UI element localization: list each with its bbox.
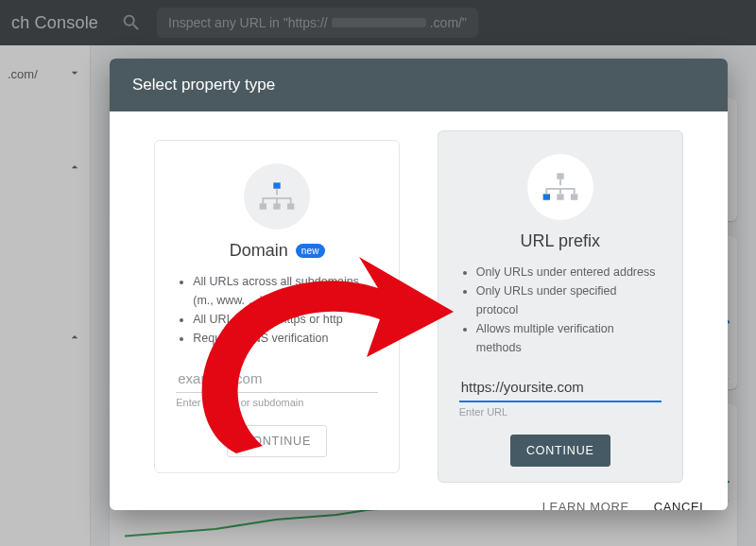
bullet: Only URLs under specified protocol	[476, 282, 662, 319]
option-card-domain[interactable]: Domain new All URLs across all subdomain…	[154, 140, 400, 473]
bullet: Only URLs under entered address	[476, 264, 662, 282]
option-title-domain: Domain new	[230, 241, 325, 261]
svg-rect-6	[557, 173, 563, 179]
bullet: All URLs across all subdomains (m., www.…	[193, 273, 378, 310]
sitemap-icon	[527, 154, 593, 220]
svg-rect-8	[557, 194, 563, 199]
url-prefix-bullets: Only URLs under entered address Only URL…	[459, 263, 662, 358]
or-label: or	[413, 299, 424, 314]
domain-bullets: All URLs across all subdomains (m., www.…	[176, 272, 378, 350]
learn-more-button[interactable]: LEARN MORE	[542, 500, 629, 510]
bullet: All URLs across https or http	[193, 311, 378, 329]
svg-rect-5	[287, 204, 294, 210]
continue-url-prefix-button[interactable]: CONTINUE	[510, 435, 610, 467]
url-prefix-input-helper: Enter URL	[459, 406, 662, 418]
option-title-url-prefix-label: URL prefix	[521, 231, 600, 251]
option-title-url-prefix: URL prefix	[521, 231, 600, 251]
option-card-url-prefix[interactable]: URL prefix Only URLs under entered addre…	[438, 130, 683, 483]
dialog-title: Select property type	[110, 59, 728, 111]
svg-rect-2	[274, 183, 281, 189]
dialog-footer: LEARN MORE CANCEL	[110, 490, 728, 510]
domain-input[interactable]	[176, 365, 378, 393]
sitemap-icon	[244, 163, 310, 230]
svg-rect-3	[260, 204, 266, 210]
option-title-domain-label: Domain	[230, 241, 288, 261]
domain-input-helper: Enter domain or subdomain	[176, 397, 378, 408]
url-prefix-input[interactable]	[459, 373, 662, 402]
svg-rect-4	[274, 204, 281, 210]
new-badge: new	[296, 244, 325, 258]
bullet: Requires DNS verification	[193, 330, 378, 348]
cancel-button[interactable]: CANCEL	[654, 500, 707, 510]
svg-rect-7	[542, 194, 549, 199]
bullet: Allows multiple verification methods	[476, 320, 662, 357]
select-property-type-dialog: Select property type Domain new All URLs…	[110, 59, 728, 510]
svg-rect-9	[571, 194, 577, 199]
continue-domain-button[interactable]: CONTINUE	[227, 425, 327, 457]
